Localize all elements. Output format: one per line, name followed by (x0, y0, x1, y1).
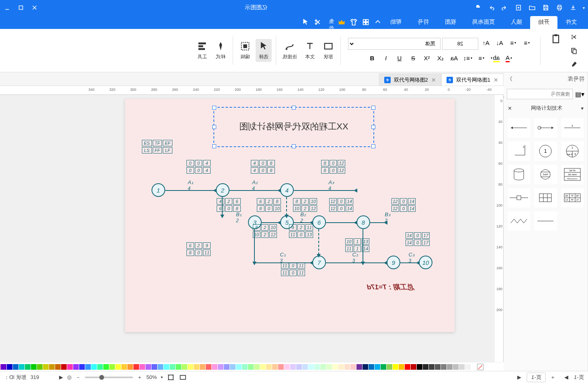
page-next-icon[interactable]: ▶ (517, 374, 521, 380)
line-spacing-icon[interactable]: ↕≡ (462, 53, 474, 63)
time-table[interactable]: 1201412014 (328, 197, 354, 213)
color-swatch[interactable] (212, 364, 217, 370)
color-swatch[interactable] (375, 364, 380, 370)
color-swatch[interactable] (471, 364, 477, 370)
library-icon[interactable]: ▤▾ (575, 90, 584, 98)
play-icon[interactable]: ▶ (59, 374, 63, 380)
time-table[interactable]: 004004 (186, 159, 211, 174)
zoom-out-icon[interactable]: － (76, 374, 81, 381)
color-swatch[interactable] (453, 364, 459, 370)
subscript-icon[interactable]: X₂ (434, 53, 447, 63)
page[interactable]: XX工程的双代号网络计划图 ESTFEF LSFFLF (125, 99, 455, 332)
time-table[interactable]: 426608 (216, 197, 242, 213)
color-swatch[interactable] (115, 364, 121, 370)
shape-button[interactable]: 形状 (320, 39, 336, 62)
color-swatch[interactable] (314, 364, 320, 370)
resize-handle[interactable] (292, 106, 296, 110)
strike-icon[interactable]: S (407, 53, 419, 63)
menu-start[interactable]: 开始 (530, 16, 557, 29)
color-swatch[interactable] (13, 364, 18, 370)
superscript-icon[interactable]: X² (421, 53, 433, 63)
fit-page-icon[interactable] (167, 373, 175, 381)
color-swatch[interactable] (97, 364, 103, 370)
color-swatch[interactable] (145, 364, 151, 370)
color-swatch[interactable] (103, 364, 109, 370)
fullscreen-icon[interactable] (179, 373, 187, 381)
color-swatch[interactable] (218, 364, 223, 370)
color-swatch[interactable] (393, 364, 398, 370)
color-swatch[interactable] (1, 364, 6, 370)
color-swatch[interactable] (332, 364, 338, 370)
color-swatch[interactable] (43, 364, 49, 370)
color-swatch[interactable] (91, 364, 97, 370)
color-swatch[interactable] (272, 364, 278, 370)
scissors-icon[interactable] (313, 18, 322, 27)
color-swatch[interactable] (411, 364, 416, 370)
menu-layout[interactable]: 页面布局 (464, 16, 503, 29)
target-icon[interactable]: ◎ (67, 374, 72, 380)
color-swatch[interactable] (369, 364, 374, 370)
color-swatch[interactable] (121, 364, 127, 370)
resize-handle[interactable] (212, 144, 216, 148)
doc-tab-2[interactable]: e双代号网络图2✕ (379, 74, 441, 86)
color-swatch[interactable] (320, 364, 326, 370)
color-swatch[interactable] (302, 364, 308, 370)
symbol-job-box[interactable]: Job NoJob nameWorking hours (561, 165, 584, 184)
panel-collapse-icon[interactable]: 《 (507, 76, 512, 83)
color-swatch[interactable] (344, 364, 350, 370)
font-shrink-icon[interactable]: A↓ (494, 38, 506, 48)
crown-icon[interactable] (337, 18, 346, 27)
diagram-title-selected[interactable]: XX工程的双代号网络计划图 (213, 107, 374, 147)
time-table[interactable]: 1101111011 (280, 262, 306, 277)
color-swatch[interactable] (278, 364, 284, 370)
symbol-arrow-labeled[interactable]: A (561, 118, 584, 137)
symbol-node-circle[interactable]: 1 (534, 141, 557, 161)
time-table[interactable]: 1201412014 (391, 197, 416, 213)
font-color-icon[interactable]: A (503, 53, 515, 63)
color-swatch[interactable] (387, 364, 392, 370)
time-table[interactable]: 80128012 (320, 159, 346, 174)
network-node[interactable]: 4 (280, 183, 294, 197)
color-swatch[interactable] (170, 364, 175, 370)
color-swatch[interactable] (429, 364, 434, 370)
color-swatch[interactable] (260, 364, 266, 370)
network-node[interactable]: 2 (216, 183, 229, 197)
symbol-legend-box[interactable]: ESTFEFLSFFLF (561, 188, 584, 207)
color-swatch[interactable] (405, 364, 410, 370)
time-table[interactable]: 6298011 (186, 242, 211, 257)
brush-icon[interactable] (568, 59, 580, 70)
highlight-icon[interactable]: ab (489, 53, 501, 63)
export-icon[interactable] (569, 4, 577, 12)
canvas[interactable]: XX工程的双代号网络计划图 ESTFEF LSFFLF (0, 95, 495, 362)
network-node[interactable]: 6 (312, 215, 326, 229)
time-table[interactable]: 921111013 (288, 223, 314, 239)
symbol-category[interactable]: ▾网络计划技术✕ (504, 102, 588, 114)
bullets-icon[interactable]: ≡ (507, 38, 519, 48)
close-tab-icon[interactable]: ✕ (494, 77, 498, 83)
time-table[interactable]: 821010212 (292, 197, 318, 213)
network-node[interactable]: 1 (152, 183, 165, 197)
close-icon[interactable] (31, 4, 39, 12)
color-swatch[interactable] (79, 364, 85, 370)
color-swatch[interactable] (206, 364, 211, 370)
menu-insert[interactable]: 插入 (503, 16, 530, 29)
color-swatch[interactable] (447, 364, 453, 370)
doc-tab-1[interactable]: e双代号网络图1✕ (441, 74, 504, 86)
color-swatch[interactable] (350, 364, 356, 370)
network-node[interactable]: 9 (387, 256, 400, 269)
color-swatch[interactable] (133, 364, 139, 370)
color-swatch[interactable] (109, 364, 115, 370)
time-table[interactable]: 1011311114 (344, 238, 370, 253)
symbol-arrow-line[interactable] (508, 118, 530, 137)
save-icon[interactable] (542, 4, 550, 12)
color-swatch[interactable] (338, 364, 344, 370)
new-icon[interactable] (514, 4, 522, 12)
color-swatch[interactable] (164, 364, 169, 370)
color-swatch[interactable] (182, 364, 187, 370)
symbol-grid-box[interactable] (534, 188, 557, 207)
color-swatch[interactable] (85, 364, 91, 370)
color-swatch[interactable] (284, 364, 290, 370)
color-swatch[interactable] (200, 364, 205, 370)
color-swatch[interactable] (236, 364, 242, 370)
no-color-swatch[interactable] (477, 364, 484, 370)
